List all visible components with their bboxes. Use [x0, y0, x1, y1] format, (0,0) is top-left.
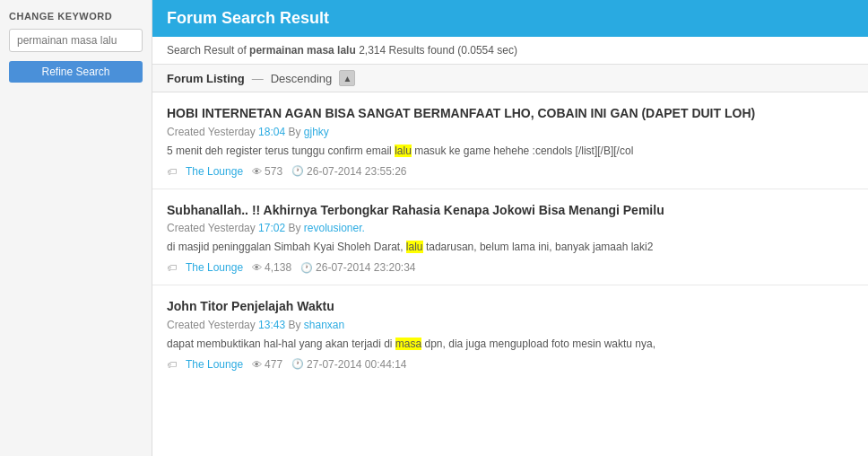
post-time: 17:02: [258, 222, 285, 234]
views-count: 477: [265, 358, 282, 371]
listing-order: Descending: [271, 72, 333, 85]
tag-icon: 🏷: [167, 166, 177, 177]
forum-header: Forum Search Result: [152, 0, 868, 37]
views-stat: 👁 4,138: [252, 261, 291, 274]
search-keyword: permainan masa lalu: [249, 44, 356, 57]
post-meta: Created Yesterday 18:04 By gjhky: [167, 126, 854, 138]
meta-by: By: [288, 319, 300, 331]
post-forum[interactable]: The Lounge: [186, 261, 243, 274]
post-time: 13:43: [258, 319, 285, 331]
date-stat: 🕐 27-07-2014 00:44:14: [291, 358, 406, 371]
listing-bar: Forum Listing — Descending ▲: [152, 65, 868, 92]
post-excerpt: di masjid peninggalan Simbah Kyai Sholeh…: [167, 239, 854, 255]
post-item: John Titor Penjelajah Waktu Created Yest…: [152, 285, 868, 381]
views-icon: 👁: [252, 262, 262, 273]
post-author[interactable]: gjhky: [304, 126, 329, 138]
sidebar-title: CHANGE KEYWORD: [9, 11, 143, 22]
post-item: Subhanallah.. !! Akhirnya Terbongkar Rah…: [152, 189, 868, 286]
posts-list: HOBI INTERNETAN AGAN BISA SANGAT BERMANF…: [152, 92, 868, 381]
clock-icon: 🕐: [291, 165, 304, 177]
post-footer: 🏷 The Lounge 👁 4,138 🕐 26-07-2014 23:20:…: [167, 261, 854, 274]
excerpt-highlight: masa: [395, 338, 421, 350]
post-title[interactable]: Subhanallah.. !! Akhirnya Terbongkar Rah…: [167, 202, 854, 220]
sort-icon[interactable]: ▲: [339, 70, 355, 86]
keyword-input[interactable]: [9, 29, 143, 52]
excerpt-before: di masjid peninggalan Simbah Kyai Sholeh…: [167, 241, 404, 253]
summary-time: (0.0554 sec): [457, 44, 517, 57]
post-footer: 🏷 The Lounge 👁 573 🕐 26-07-2014 23:55:26: [167, 165, 854, 178]
date-stat: 🕐 26-07-2014 23:55:26: [291, 165, 406, 178]
views-icon: 👁: [252, 166, 262, 177]
post-excerpt: 5 menit deh register terus tunggu confir…: [167, 143, 854, 159]
main-content: Forum Search Result Search Result of per…: [152, 0, 868, 456]
excerpt-before: 5 menit deh register terus tunggu confir…: [167, 145, 392, 157]
clock-icon: 🕐: [300, 262, 313, 274]
forum-header-title: Forum Search Result: [167, 9, 329, 27]
listing-separator: —: [252, 72, 264, 85]
excerpt-highlight: lalu: [406, 241, 423, 253]
post-author[interactable]: shanxan: [304, 319, 344, 331]
listing-label: Forum Listing: [167, 72, 245, 85]
post-forum[interactable]: The Lounge: [186, 358, 243, 371]
views-stat: 👁 573: [252, 165, 282, 178]
views-count: 4,138: [265, 261, 291, 274]
post-title[interactable]: John Titor Penjelajah Waktu: [167, 298, 854, 316]
meta-prefix: Created Yesterday: [167, 222, 256, 234]
meta-prefix: Created Yesterday: [167, 319, 256, 331]
meta-prefix: Created Yesterday: [167, 126, 256, 138]
excerpt-after: tadarusan, belum lama ini, banyak jamaah…: [426, 241, 653, 253]
post-title[interactable]: HOBI INTERNETAN AGAN BISA SANGAT BERMANF…: [167, 105, 854, 123]
post-forum[interactable]: The Lounge: [186, 165, 243, 178]
views-icon: 👁: [252, 359, 262, 370]
summary-results: 2,314 Results found: [359, 44, 455, 57]
tag-icon: 🏷: [167, 262, 177, 273]
post-meta: Created Yesterday 17:02 By revolusioner.: [167, 222, 854, 234]
post-excerpt: dapat membuktikan hal-hal yang akan terj…: [167, 336, 854, 352]
post-date: 27-07-2014 00:44:14: [307, 358, 406, 371]
sidebar: CHANGE KEYWORD Refine Search: [0, 0, 152, 456]
post-footer: 🏷 The Lounge 👁 477 🕐 27-07-2014 00:44:14: [167, 358, 854, 371]
excerpt-highlight: lalu: [395, 145, 412, 157]
summary-prefix: Search Result of: [167, 44, 247, 57]
views-stat: 👁 477: [252, 358, 282, 371]
excerpt-after: dpn, dia juga mengupload foto mesin wakt…: [425, 338, 656, 350]
post-author[interactable]: revolusioner.: [304, 222, 365, 234]
meta-by: By: [288, 126, 300, 138]
search-summary: Search Result of permainan masa lalu 2,3…: [152, 37, 868, 65]
clock-icon: 🕐: [291, 358, 304, 370]
post-item: HOBI INTERNETAN AGAN BISA SANGAT BERMANF…: [152, 92, 868, 189]
excerpt-after: masuk ke game hehehe :cendols [/list][/B…: [414, 145, 633, 157]
post-meta: Created Yesterday 13:43 By shanxan: [167, 319, 854, 331]
date-stat: 🕐 26-07-2014 23:20:34: [300, 261, 415, 274]
tag-icon: 🏷: [167, 359, 177, 370]
post-time: 18:04: [258, 126, 285, 138]
views-count: 573: [265, 165, 282, 178]
excerpt-before: dapat membuktikan hal-hal yang akan terj…: [167, 338, 392, 350]
meta-by: By: [288, 222, 300, 234]
post-date: 26-07-2014 23:55:26: [307, 165, 406, 178]
refine-search-button[interactable]: Refine Search: [9, 61, 143, 83]
post-date: 26-07-2014 23:20:34: [316, 261, 415, 274]
